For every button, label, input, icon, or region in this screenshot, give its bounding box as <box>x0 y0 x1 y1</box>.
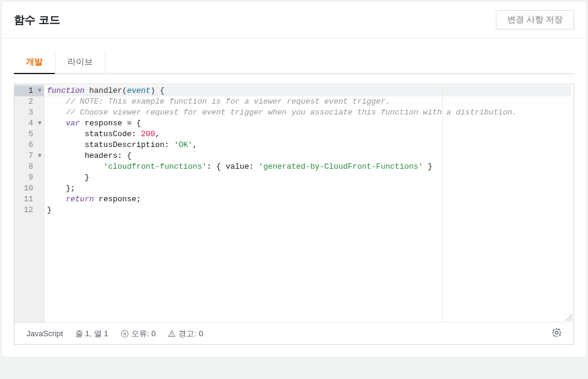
gear-icon[interactable] <box>552 328 561 339</box>
panel-title: 함수 코드 <box>14 13 60 27</box>
print-margin <box>442 84 443 322</box>
status-left: JavaScript 줄 1, 열 1 오류: 0 경고: <box>27 328 203 339</box>
status-cursor-position: 줄 1, 열 1 <box>75 328 108 339</box>
gutter-line: 11 <box>14 194 44 205</box>
status-warnings-count: 0 <box>199 329 203 338</box>
function-code-panel: 함수 코드 변경 사항 저장 개발 라이브 1▼234▼567▼89101112… <box>1 1 587 357</box>
gutter-line: 8 <box>14 161 44 172</box>
editor-gutter: 1▼234▼567▼89101112 <box>14 84 45 322</box>
fold-icon[interactable]: ▼ <box>38 118 42 129</box>
gutter-line: 12 <box>14 205 44 216</box>
code-line[interactable]: headers: { <box>47 151 571 161</box>
code-line[interactable]: // NOTE: This example function is for a … <box>47 96 571 107</box>
gutter-line: 4▼ <box>14 118 44 129</box>
status-errors-count: 0 <box>151 329 155 338</box>
tab-dev[interactable]: 개발 <box>14 51 55 74</box>
gutter-line: 1▼ <box>14 86 44 96</box>
panel-content: 개발 라이브 1▼234▼567▼89101112 function handl… <box>2 39 586 357</box>
gutter-line: 2 <box>14 96 44 107</box>
error-icon <box>120 330 129 338</box>
code-editor[interactable]: 1▼234▼567▼89101112 function handler(even… <box>14 84 574 322</box>
code-line[interactable]: statusDescription: 'OK', <box>47 140 571 151</box>
code-line[interactable]: return response; <box>47 194 571 205</box>
gutter-line: 7▼ <box>14 151 44 161</box>
warning-icon <box>167 330 176 338</box>
code-line[interactable]: // Choose viewer request for event trigg… <box>47 107 571 118</box>
status-warnings: 경고: 0 <box>167 328 203 339</box>
tabs: 개발 라이브 <box>14 51 574 74</box>
status-language: JavaScript <box>27 329 63 338</box>
code-line[interactable]: var response = { <box>47 118 571 129</box>
gutter-line: 10 <box>14 183 44 194</box>
code-line[interactable]: } <box>47 205 571 216</box>
fold-icon[interactable]: ▼ <box>38 151 42 161</box>
status-errors: 오류: 0 <box>120 328 156 339</box>
tab-live[interactable]: 라이브 <box>55 51 105 74</box>
gutter-line: 9 <box>14 172 44 183</box>
code-line[interactable]: 'cloudfront-functions': { value: 'genera… <box>47 161 571 172</box>
save-changes-button[interactable]: 변경 사항 저장 <box>496 10 574 30</box>
status-warnings-label: 경고: <box>178 328 196 339</box>
code-line[interactable]: }; <box>47 183 571 194</box>
status-errors-label: 오류: <box>131 328 149 339</box>
editor-code-area[interactable]: function handler(event) { // NOTE: This … <box>45 84 574 322</box>
code-line[interactable]: function handler(event) { <box>47 86 571 96</box>
panel-header: 함수 코드 변경 사항 저장 <box>2 2 586 39</box>
editor-status-bar: JavaScript 줄 1, 열 1 오류: 0 경고: <box>14 322 574 344</box>
editor-wrapper: 1▼234▼567▼89101112 function handler(even… <box>14 84 574 345</box>
gutter-line: 5 <box>14 129 44 140</box>
gutter-line: 3 <box>14 107 44 118</box>
svg-point-2 <box>172 335 172 336</box>
resize-handle[interactable] <box>565 314 572 321</box>
gutter-line: 6 <box>14 140 44 151</box>
fold-icon[interactable]: ▼ <box>38 86 42 96</box>
code-line[interactable]: } <box>47 172 571 183</box>
code-line[interactable]: statusCode: 200, <box>47 129 571 140</box>
